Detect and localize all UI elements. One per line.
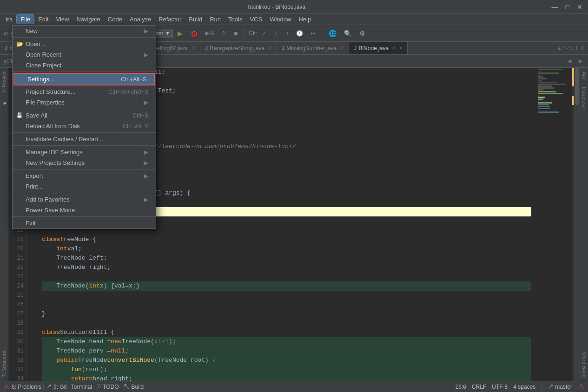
git-update-button[interactable]: ✓ [259,29,269,38]
file-dropdown: New ▶ 📂 Open... Open Recent ▶ Close Proj… [12,25,156,229]
tab-binode[interactable]: J BiNode.java ✕ ✕ [349,42,408,54]
menu-reload-all[interactable]: Reload All from Disk Ctrl+Alt+Y [13,121,156,131]
menu-print[interactable]: Print... [13,181,156,192]
menu-invalidate-caches[interactable]: Invalidate Caches / Restart... [13,134,156,144]
code-line-19: class TreeNode { [42,235,531,244]
minimize-button[interactable]: — [550,3,560,11]
code-line-29: class Solution01111 { [42,328,531,337]
tab-close2[interactable]: ✕ [192,46,195,51]
menu-build[interactable]: Build [185,15,206,24]
menu-refactor[interactable]: Refactor [155,15,185,24]
menu-exit[interactable]: Exit [13,218,156,229]
menu-view[interactable]: View [53,15,73,24]
wordbook-tab[interactable]: Word Book [581,348,588,381]
tab-right-arrow: ▲7 ✓1 ⬆ ⬇ [553,45,588,51]
menu-new[interactable]: New ▶ [13,26,156,36]
menu-settings[interactable]: Settings... Ctrl+Alt+S [13,73,155,85]
navigate-back-btn[interactable]: ◀ [566,57,573,65]
git-label: Git: [249,30,258,37]
linenum-21: 21 [11,254,24,263]
menu-power-save-mode[interactable]: Power Save Mode [13,205,156,216]
manage-ide-settings-label: Manage IDE Settings [26,149,142,156]
linenum-24: 24 [11,281,24,291]
linenum-30: 30 [11,337,24,346]
new-label: New [26,27,142,34]
minimap[interactable] [537,68,574,381]
tab-missing[interactable]: J MissingNumber.java ✕ [277,42,349,54]
scrollbar-thumb[interactable] [575,68,579,105]
menubar: tra File Edit View Navigate Code Analyze… [0,14,588,25]
menu-project-structure[interactable]: Project Structure... Ctrl+Alt+Shift+S [13,86,156,97]
coverage-button[interactable]: ▶% [203,29,217,37]
code-line-20: int val; [42,244,531,254]
exit-label: Exit [26,220,148,227]
menu-edit[interactable]: Edit [34,15,52,24]
linenum-34: 34 [11,374,24,381]
search-everywhere-button[interactable]: 🌐 [326,29,339,38]
print-label: Print... [26,183,148,190]
scrollbar-right[interactable] [574,68,580,381]
tab-icon3: J [205,46,208,51]
structure-tab-left[interactable]: 7: Structure [0,347,8,381]
navigate-fwd-btn[interactable]: ▶ [577,57,584,65]
git-commit-button[interactable]: ✓ [271,29,281,38]
menu-manage-ide-settings[interactable]: Manage IDE Settings ▶ [13,147,156,157]
menu-close-project[interactable]: Close Project [13,60,156,71]
profile-button[interactable]: ⏱ [218,30,229,37]
project-tab[interactable]: 1: Project [0,68,8,97]
menu-export[interactable]: Export ▶ [13,170,156,181]
git-revert-button[interactable]: ↩ [308,29,318,38]
menu-add-to-favorites[interactable]: Add to Favorites ▶ [13,194,156,205]
ant-tab[interactable]: Ant [581,68,588,83]
settings-shortcut: Ctrl+Alt+S [121,76,146,83]
sep5 [13,145,156,146]
menu-open-recent[interactable]: Open Recent ▶ [13,49,156,60]
manage-ide-arrow: ▶ [144,149,148,156]
maximize-button[interactable]: □ [564,3,571,11]
stop-button[interactable]: ■ [231,29,240,38]
tab-close4[interactable]: ✕ [340,46,344,51]
menu-new-projects-settings[interactable]: New Projects Settings ▶ [13,157,156,168]
menu-file-properties[interactable]: File Properties ▶ [13,97,156,108]
save-all-shortcut: Ctrl+S [132,112,148,119]
menu-run[interactable]: Run [206,15,225,24]
tab-reorganize[interactable]: J ReorganizeString.java ✕ [200,42,277,54]
project-structure-shortcut: Ctrl+Alt+Shift+S [108,89,148,95]
tab-close3[interactable]: ✕ [268,46,272,51]
linenum-25: 25 [11,291,24,300]
close-button[interactable]: ✕ [575,3,584,11]
menu-navigate[interactable]: Navigate [73,15,104,24]
menu-tools[interactable]: Tools [225,15,246,24]
git-history-button[interactable]: 🕐 [293,29,306,38]
menu-window[interactable]: Window [266,15,295,24]
add-to-favorites-label: Add to Favorites [26,196,142,203]
linenum-33: 33 [11,365,24,374]
database-tab[interactable]: Database [581,83,588,112]
menu-analyze[interactable]: Analyze [126,15,155,24]
favorites-tab[interactable]: ★ [0,97,8,110]
sep6 [13,169,156,170]
menu-vcs[interactable]: VCS [246,15,266,24]
sep4 [13,132,156,133]
menu-save-all[interactable]: 💾 Save All Ctrl+S [13,110,156,121]
search-button[interactable]: 🔍 [341,29,355,38]
title-text: trainlikou - BiNode.java [4,4,550,10]
menu-code[interactable]: Code [104,15,126,24]
close-project-label: Close Project [26,62,148,69]
menu-file[interactable]: File [16,14,34,24]
settings-button[interactable]: ⚙ [357,29,368,38]
open-recent-arrow: ▶ [144,51,148,58]
menu-tra[interactable]: tra [2,15,16,24]
toolbar-sep2 [244,29,245,38]
debug-button[interactable]: 🐞 [187,29,201,38]
menu-help[interactable]: Help [295,15,315,24]
linenum-31: 31 [11,346,24,356]
toolbar-sep3 [322,29,322,38]
git-push-button[interactable]: ↑ [283,29,291,38]
menu-open[interactable]: 📂 Open... [13,39,156,49]
project-structure-label: Project Structure... [26,88,105,95]
run-button[interactable]: ▶ [175,29,185,38]
tab-close5[interactable]: ✕ [392,46,396,51]
tab-label5: BiNode.java [358,45,389,52]
file-properties-arrow: ▶ [144,99,148,106]
